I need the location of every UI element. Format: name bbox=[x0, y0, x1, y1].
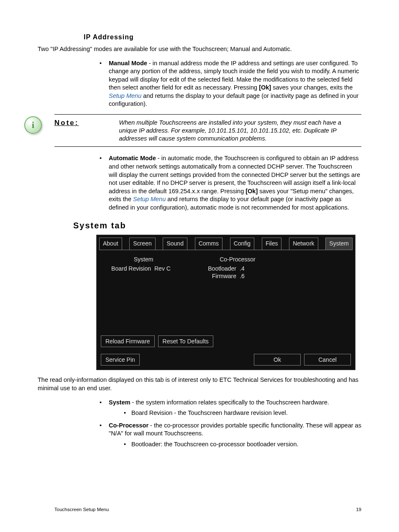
tab-sound[interactable]: Sound bbox=[163, 238, 187, 250]
auto-mode-label: Automatic Mode bbox=[109, 155, 156, 161]
auto-mode-ok: [Ok] bbox=[246, 188, 258, 194]
tab-bar: About Screen Sound Comms Config Files Ne… bbox=[97, 235, 355, 250]
auto-mode-link[interactable]: Setup Menu bbox=[133, 196, 166, 202]
tab-about[interactable]: About bbox=[99, 238, 122, 250]
coproc-bullet-label: Co-Processor bbox=[109, 422, 148, 429]
coprocessor-column-header: Co-Processor bbox=[202, 256, 273, 263]
manual-mode-ok: [Ok] bbox=[259, 84, 271, 91]
system-bullet-label: System bbox=[109, 399, 130, 406]
system-column-header: System bbox=[102, 256, 185, 263]
sub-bullet-bootloader: Bootloader: the Touchscreen co-processor… bbox=[121, 440, 361, 449]
ok-button[interactable]: Ok bbox=[254, 354, 301, 366]
touchscreen-screenshot: About Screen Sound Comms Config Files Ne… bbox=[96, 235, 356, 370]
tab-screen[interactable]: Screen bbox=[129, 238, 155, 250]
tab-config[interactable]: Config bbox=[230, 238, 254, 250]
manual-mode-text2: saves your changes, exits the bbox=[271, 84, 353, 91]
note-text: When multiple Touchscreens are installed… bbox=[119, 119, 359, 143]
note-label: Note: bbox=[54, 119, 105, 127]
tab-files[interactable]: Files bbox=[262, 238, 282, 250]
bullet-system: System - the system information relates … bbox=[96, 399, 361, 417]
service-pin-button[interactable]: Service Pin bbox=[101, 354, 140, 366]
cancel-button[interactable]: Cancel bbox=[304, 354, 351, 366]
footer-left: Touchscreen Setup Menu bbox=[54, 507, 109, 512]
footer-page-number: 19 bbox=[356, 507, 361, 512]
manual-mode-label: Manual Mode bbox=[109, 60, 147, 66]
bullet-automatic-mode: Automatic Mode - in automatic mode, the … bbox=[96, 154, 361, 212]
tab-comms[interactable]: Comms bbox=[195, 238, 223, 250]
tab-network[interactable]: Network bbox=[289, 238, 318, 250]
heading-ip-addressing: IP Addressing bbox=[84, 33, 361, 41]
manual-mode-text3: and returns the display to your default … bbox=[109, 92, 358, 107]
manual-mode-link[interactable]: Setup Menu bbox=[109, 92, 141, 99]
heading-system-tab: System tab bbox=[73, 221, 361, 230]
tab-system[interactable]: System bbox=[325, 238, 353, 250]
firmware-value: .6 bbox=[240, 273, 245, 279]
board-revision-value: Rev C bbox=[154, 265, 171, 272]
note-block: i Note: When multiple Touchscreens are i… bbox=[54, 114, 361, 147]
firmware-label: Firmware bbox=[202, 273, 236, 279]
reload-firmware-button[interactable]: Reload Firmware bbox=[101, 335, 155, 347]
reset-to-defaults-button[interactable]: Reset To Defaults bbox=[158, 335, 213, 347]
ip-intro-paragraph: Two "IP Addressing" modes are available … bbox=[38, 45, 361, 54]
bootloader-value: .4 bbox=[240, 265, 245, 272]
bullet-manual-mode: Manual Mode - in manual address mode the… bbox=[96, 59, 361, 108]
bootloader-label: Bootloader bbox=[202, 265, 236, 272]
sub-bullet-board-revision: Board Revision - the Touchscreen hardwar… bbox=[121, 409, 361, 417]
system-bullet-text: - the system information relates specifi… bbox=[130, 399, 329, 406]
info-icon: i bbox=[24, 116, 41, 133]
after-screenshot-paragraph: The read only-information displayed on t… bbox=[38, 376, 361, 392]
bullet-coprocessor: Co-Processor - the co-processor provides… bbox=[96, 422, 361, 449]
board-revision-label: Board Revision bbox=[102, 265, 151, 272]
